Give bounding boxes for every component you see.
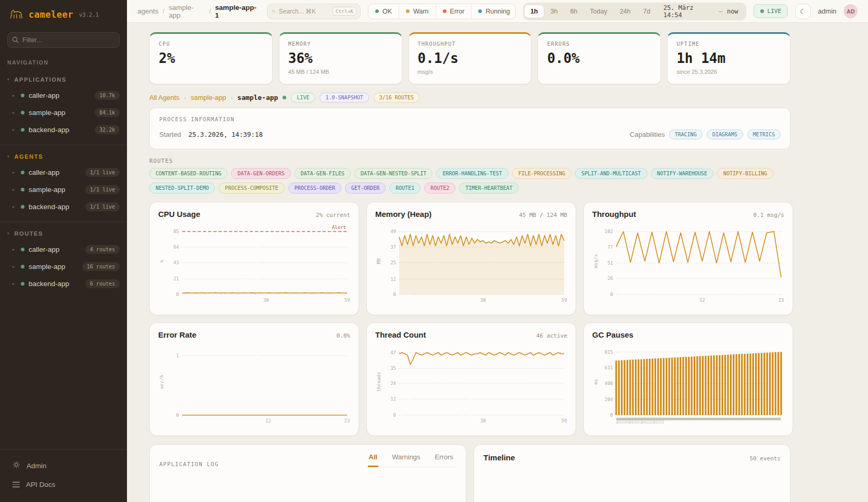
- sidebar-item-caller-app[interactable]: ▸caller-app10.7k: [0, 87, 127, 104]
- live-status-badge[interactable]: LIVE: [754, 4, 788, 18]
- route-tag-process-order[interactable]: PROCESS-ORDER: [288, 183, 341, 194]
- route-tag-error-handling-test[interactable]: ERROR-HANDLING-TEST: [436, 168, 508, 179]
- status-dot-icon: [406, 9, 410, 13]
- application-log-title: APPLICATION LOG: [159, 461, 219, 467]
- chart-card-thread-count: Thread Count46 active473524120threads305…: [366, 323, 576, 436]
- kpi-card-throughput: THROUGHPUT0.1/smsg/s: [409, 32, 532, 84]
- status-dot-icon: [21, 188, 24, 191]
- footer-item-api-docs[interactable]: API Docs: [0, 475, 127, 494]
- svg-text:102: 102: [605, 229, 613, 234]
- route-tag-split-and-multicast[interactable]: SPLIT-AND-MULTICAST: [575, 168, 647, 179]
- sidebar-item-backend-app[interactable]: ▸backend-app1/1 live: [0, 198, 127, 215]
- status-filter-ok[interactable]: OK: [368, 4, 399, 19]
- route-tag-route1[interactable]: ROUTE1: [389, 183, 420, 194]
- footer-item-label: API Docs: [26, 481, 55, 488]
- sidebar-item-caller-app[interactable]: ▸caller-app1/1 live: [0, 164, 127, 181]
- breadcrumb-item[interactable]: sample-app: [169, 4, 205, 19]
- date-range-control[interactable]: 25. März 14:54 – now: [657, 4, 745, 19]
- route-tag-file-processing[interactable]: FILE-PROCESSING: [512, 168, 571, 179]
- chevron-right-icon: ▸: [12, 187, 17, 192]
- sidebar-section-header-applications[interactable]: ▾APPLICATIONS: [0, 73, 127, 87]
- log-tab-warnings[interactable]: Warnings: [391, 453, 421, 467]
- page-content: CPU2%MEMORY36%45 MB / 124 MBTHROUGHPUT0.…: [127, 23, 868, 502]
- sidebar-item-sample-app[interactable]: ▸sample-app1/1 live: [0, 181, 127, 198]
- chevron-down-icon: ▾: [7, 78, 9, 82]
- sidebar-section-header-routes[interactable]: ▾ROUTES: [0, 227, 127, 241]
- breadcrumb-item[interactable]: agents: [137, 7, 159, 15]
- chart-plot: 856443210%3059Alert: [158, 223, 350, 304]
- sidebar-item-sample-app[interactable]: ▸sample-app16 routes: [0, 258, 127, 275]
- time-range-1h[interactable]: 1h: [525, 5, 544, 18]
- time-range-24h[interactable]: 24h: [614, 5, 636, 18]
- route-tag-process-composite[interactable]: PROCESS-COMPOSITE: [219, 183, 284, 194]
- sidebar-section-routes: ▾ROUTES▸caller-app4 routes▸sample-app16 …: [0, 222, 127, 299]
- status-dot-icon: [283, 96, 286, 99]
- avatar[interactable]: AD: [844, 4, 858, 18]
- date-to: now: [727, 8, 738, 15]
- chevron-right-icon: ›: [231, 95, 233, 101]
- agent-crumb-link[interactable]: sample-app: [191, 94, 226, 101]
- status-filter-warn[interactable]: Warn: [399, 4, 435, 19]
- route-tag-list: CONTENT-BASED-ROUTINGDATA-GEN-ORDERSDATA…: [149, 168, 790, 194]
- sidebar-section-applications: ▾APPLICATIONS▸caller-app10.7k▸sample-app…: [0, 68, 127, 145]
- route-tag-nested-split-demo[interactable]: NESTED-SPLIT-DEMO: [149, 183, 215, 194]
- route-tag-notify-warehouse[interactable]: NOTIFY-WAREHOUSE: [651, 168, 713, 179]
- sidebar-item-backend-app[interactable]: ▸backend-app6 routes: [0, 275, 127, 292]
- svg-text:35: 35: [390, 366, 396, 371]
- route-tag-notify-billing[interactable]: NOTIFY-BILLING: [717, 168, 773, 179]
- route-tag-get-order[interactable]: GET-ORDER: [345, 183, 386, 194]
- agent-crumb-link[interactable]: All Agents: [149, 94, 180, 101]
- svg-text:12: 12: [265, 418, 271, 423]
- log-tab-all[interactable]: All: [368, 453, 379, 467]
- status-filter-label: Warn: [413, 8, 428, 15]
- route-tag-timer-heartbeat[interactable]: TIMER-HEARTBEAT: [459, 183, 518, 194]
- route-tag-data-gen-orders[interactable]: DATA-GEN-ORDERS: [231, 168, 290, 179]
- time-range-today[interactable]: Today: [584, 5, 613, 18]
- search-icon: [12, 36, 19, 43]
- chart-title: Throughput: [592, 210, 636, 218]
- footer-item-admin[interactable]: Admin: [0, 456, 127, 475]
- chart-plot: 473524120threads3059: [375, 343, 567, 424]
- chevron-right-icon: ▸: [12, 170, 17, 175]
- agent-badge-3-16-routes: 3/16 ROUTES: [374, 93, 419, 102]
- status-filter-error[interactable]: Error: [436, 4, 471, 19]
- sidebar-item-badge: 6 routes: [85, 279, 120, 288]
- chart-card-cpu-usage: CPU Usage2% current856443210%3059Alert: [149, 202, 359, 315]
- svg-text:0: 0: [393, 413, 396, 418]
- sidebar-section-header-agents[interactable]: ▾AGENTS: [0, 150, 127, 164]
- sidebar-filter-input[interactable]: [7, 32, 120, 48]
- svg-text:1: 1: [176, 353, 179, 358]
- app-logo[interactable]: cameleer v3.2.1: [0, 0, 127, 28]
- dark-mode-toggle[interactable]: ☾: [795, 4, 811, 19]
- log-tab-errors[interactable]: Errors: [434, 453, 454, 467]
- route-tag-route2[interactable]: ROUTE2: [424, 183, 455, 194]
- kpi-label: CPU: [159, 41, 263, 47]
- sidebar-item-sample-app[interactable]: ▸sample-app84.1k: [0, 104, 127, 121]
- status-dot-icon: [21, 205, 24, 209]
- chart-card-memory-heap-: Memory (Heap)45 MB / 124 MB493725120MB30…: [366, 202, 576, 315]
- route-tag-data-gen-nested-split[interactable]: DATA-GEN-NESTED-SPLIT: [354, 168, 432, 179]
- time-range-6h[interactable]: 6h: [565, 5, 583, 18]
- status-dot-icon: [21, 248, 24, 251]
- sidebar-item-badge: 1/1 live: [85, 202, 120, 211]
- global-search[interactable]: Ctrl+K: [267, 4, 361, 19]
- route-tag-data-gen-files[interactable]: DATA-GEN-FILES: [295, 168, 351, 179]
- kpi-label: UPTIME: [676, 41, 781, 47]
- agent-badge-1-0-snapshot: 1.0-SNAPSHOT: [320, 93, 368, 102]
- kpi-value: 1h 14m: [676, 50, 781, 66]
- svg-text:23: 23: [344, 418, 350, 423]
- svg-text:2026-03-25T13:40 2026-03-25T13: 2026-03-25T13:40 2026-03-25T13:45 2026-0…: [616, 419, 664, 424]
- sidebar-item-caller-app[interactable]: ▸caller-app4 routes: [0, 241, 127, 258]
- time-range-group: 1h3h6hToday24h7d 25. März 14:54 – now: [523, 3, 746, 20]
- log-tabs: AllWarningsErrors: [366, 453, 456, 467]
- sidebar-item-badge: 4 routes: [85, 245, 120, 254]
- chart-title: GC Pauses: [592, 330, 633, 339]
- sidebar-item-label: backend-app: [29, 203, 81, 211]
- time-range-3h[interactable]: 3h: [545, 5, 564, 18]
- status-filter-running[interactable]: Running: [471, 4, 516, 19]
- route-tag-content-based-routing[interactable]: CONTENT-BASED-ROUTING: [149, 168, 227, 179]
- capability-badge-tracing: TRACING: [669, 130, 703, 139]
- search-input[interactable]: [279, 8, 329, 15]
- sidebar-item-backend-app[interactable]: ▸backend-app32.2k: [0, 121, 127, 138]
- time-range-7d[interactable]: 7d: [637, 5, 656, 18]
